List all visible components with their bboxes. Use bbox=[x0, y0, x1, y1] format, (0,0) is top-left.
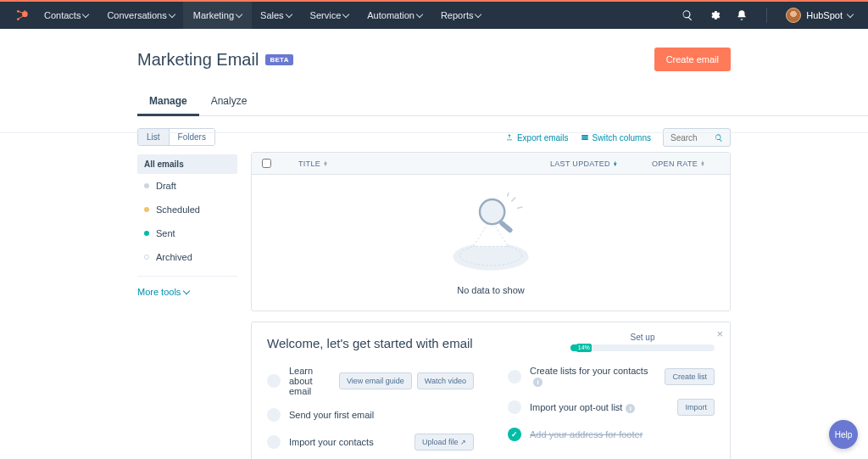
status-dot bbox=[144, 231, 149, 236]
sort-icon: ▲▼ bbox=[613, 161, 618, 166]
svg-line-8 bbox=[511, 198, 515, 202]
switch-columns-link[interactable]: Switch columns bbox=[581, 133, 651, 143]
task-label: Add your address for footer bbox=[530, 429, 715, 439]
nav-item-sales[interactable]: Sales bbox=[260, 10, 292, 20]
chevron-down-icon bbox=[847, 10, 854, 17]
chevron-down-icon bbox=[236, 10, 242, 17]
create-email-button[interactable]: Create email bbox=[654, 48, 731, 71]
close-icon[interactable]: × bbox=[716, 327, 723, 340]
bell-icon[interactable] bbox=[736, 9, 748, 21]
status-dot bbox=[144, 183, 149, 188]
check-empty-icon bbox=[267, 435, 281, 449]
svg-line-9 bbox=[517, 207, 523, 209]
task-action-button[interactable]: View email guide bbox=[339, 372, 412, 389]
check-empty-icon bbox=[267, 408, 281, 422]
chevron-down-icon bbox=[416, 10, 423, 17]
col-last-updated[interactable]: LAST UPDATED ▲▼ bbox=[550, 160, 652, 168]
search-icon[interactable] bbox=[682, 9, 693, 21]
more-tools-link[interactable]: More tools bbox=[137, 287, 237, 297]
account-menu[interactable]: HubSpot bbox=[786, 8, 853, 23]
col-open-rate[interactable]: OPEN RATE ▲▼ bbox=[652, 160, 720, 168]
chevron-down-icon bbox=[285, 10, 292, 17]
col-title[interactable]: TITLE ▲▼ bbox=[298, 160, 550, 168]
nav-item-service[interactable]: Service bbox=[310, 10, 349, 20]
search-icon bbox=[715, 133, 723, 143]
toggle-list[interactable]: List bbox=[138, 129, 169, 145]
empty-state-illustration bbox=[436, 190, 546, 275]
task-item: Add your address for footer bbox=[508, 428, 715, 441]
task-action-button[interactable]: Create list bbox=[665, 368, 715, 385]
empty-state-text: No data to show bbox=[457, 285, 525, 295]
toggle-folders[interactable]: Folders bbox=[169, 129, 214, 145]
hubspot-logo[interactable] bbox=[15, 8, 29, 22]
task-label: Create lists for your contactsi bbox=[530, 366, 656, 387]
svg-point-6 bbox=[480, 199, 504, 224]
chevron-down-icon bbox=[169, 10, 175, 17]
svg-line-10 bbox=[508, 193, 509, 197]
task-item: Import your contactsUpload file ↗ bbox=[267, 434, 474, 451]
task-item: Import your opt-out listiImport bbox=[508, 399, 715, 416]
status-dot bbox=[144, 255, 149, 260]
view-toggle: List Folders bbox=[137, 128, 215, 146]
chevron-down-icon bbox=[82, 10, 89, 17]
chevron-down-icon bbox=[183, 287, 190, 294]
page-title: Marketing Email bbox=[137, 50, 259, 70]
svg-point-4 bbox=[453, 243, 528, 271]
task-label: Import your contacts bbox=[289, 437, 406, 447]
filter-all-emails[interactable]: All emails bbox=[137, 154, 237, 174]
setup-progress: 14% bbox=[570, 344, 715, 351]
beta-badge: BETA bbox=[265, 54, 292, 65]
avatar bbox=[786, 8, 801, 23]
task-action-button[interactable]: Import bbox=[677, 399, 715, 416]
gear-icon[interactable] bbox=[709, 9, 721, 21]
task-label: Send your first email bbox=[289, 410, 474, 420]
info-icon[interactable]: i bbox=[533, 378, 542, 387]
nav-item-marketing[interactable]: Marketing bbox=[183, 2, 252, 29]
setup-label: Set up bbox=[570, 333, 715, 342]
tab-manage[interactable]: Manage bbox=[137, 87, 199, 115]
sort-icon: ▲▼ bbox=[700, 161, 705, 166]
task-action-button[interactable]: Upload file ↗ bbox=[415, 434, 474, 451]
task-label: Learn about email bbox=[289, 366, 331, 396]
task-label: Import your opt-out listi bbox=[530, 402, 669, 413]
select-all-checkbox[interactable] bbox=[262, 159, 271, 168]
check-empty-icon bbox=[508, 400, 521, 414]
filter-scheduled[interactable]: Scheduled bbox=[137, 198, 237, 221]
nav-item-contacts[interactable]: Contacts bbox=[44, 10, 88, 20]
filter-archived[interactable]: Archived bbox=[137, 245, 237, 269]
nav-item-reports[interactable]: Reports bbox=[441, 10, 481, 20]
svg-rect-7 bbox=[498, 220, 513, 233]
task-action-button[interactable]: Watch video bbox=[417, 372, 474, 389]
info-icon[interactable]: i bbox=[626, 404, 635, 413]
search-input[interactable] bbox=[663, 128, 731, 147]
check-done-icon bbox=[508, 428, 521, 441]
chevron-down-icon bbox=[475, 10, 481, 17]
export-emails-link[interactable]: Export emails bbox=[505, 133, 569, 143]
search-field[interactable] bbox=[670, 133, 715, 143]
status-dot bbox=[144, 207, 149, 212]
task-item: Learn about emailView email guideWatch v… bbox=[267, 366, 474, 396]
check-empty-icon bbox=[508, 370, 521, 383]
filter-sent[interactable]: Sent bbox=[137, 221, 237, 245]
task-item: Create lists for your contactsiCreate li… bbox=[508, 366, 715, 387]
nav-item-automation[interactable]: Automation bbox=[367, 10, 422, 20]
filter-draft[interactable]: Draft bbox=[137, 174, 237, 198]
check-empty-icon bbox=[267, 374, 281, 388]
help-button[interactable]: Help bbox=[829, 420, 858, 449]
account-label: HubSpot bbox=[806, 10, 843, 20]
task-item: Send your first email bbox=[267, 408, 474, 422]
sort-icon: ▲▼ bbox=[323, 161, 328, 166]
tab-analyze[interactable]: Analyze bbox=[199, 87, 259, 115]
chevron-down-icon bbox=[342, 10, 349, 17]
nav-item-conversations[interactable]: Conversations bbox=[107, 10, 174, 20]
